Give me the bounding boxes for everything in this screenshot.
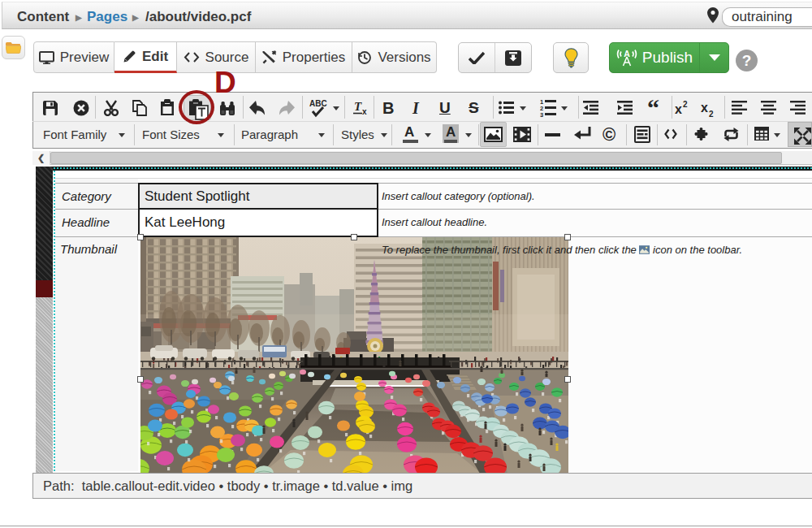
svg-text:ABC: ABC [309, 99, 327, 108]
svg-text:x: x [362, 107, 367, 116]
svg-text:T: T [354, 100, 362, 113]
svg-text:x: x [701, 101, 708, 115]
svg-text:3: 3 [540, 111, 543, 118]
svg-text:2: 2 [683, 101, 688, 109]
svg-text:2: 2 [709, 110, 714, 117]
svg-text:x: x [675, 102, 682, 115]
